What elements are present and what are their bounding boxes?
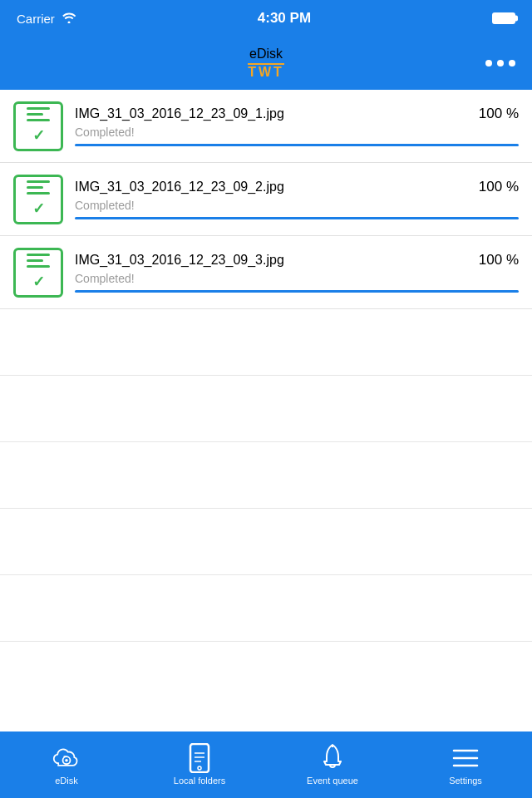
menu-dot-1	[485, 60, 492, 66]
file-percent-1: 100 %	[479, 106, 519, 122]
status-bar: Carrier 4:30 PM	[0, 0, 532, 37]
file-line	[27, 265, 50, 268]
file-percent-2: 100 %	[479, 179, 519, 195]
carrier-label: Carrier	[17, 12, 55, 26]
tab-event-queue[interactable]: Event queue	[266, 732, 399, 798]
menu-dot-2	[497, 60, 504, 66]
app-title: eDisk TWT	[248, 47, 284, 80]
tab-local-folders[interactable]: Local folders	[133, 732, 266, 798]
empty-row-5	[0, 575, 532, 642]
tab-bar: eDisk Local folders	[0, 732, 532, 798]
progress-bar-2	[75, 217, 519, 219]
file-checkmark-3: ✓	[32, 273, 45, 291]
file-icon-2: ✓	[13, 175, 63, 224]
file-name-row-3: IMG_31_03_2016_12_23_09_3.jpg 100 %	[75, 252, 519, 268]
file-item-3[interactable]: ✓ IMG_31_03_2016_12_23_09_3.jpg 100 % Co…	[0, 236, 532, 309]
file-info-1: IMG_31_03_2016_12_23_09_1.jpg 100 % Comp…	[75, 106, 519, 146]
file-icon-1: ✓	[13, 101, 63, 151]
file-status-3: Completed!	[75, 272, 519, 285]
status-bar-left: Carrier	[17, 12, 76, 26]
battery-icon	[492, 12, 515, 24]
file-line	[27, 259, 43, 262]
tab-edisk[interactable]: eDisk	[0, 732, 133, 798]
title-disk: Disk	[257, 47, 283, 61]
file-item-2[interactable]: ✓ IMG_31_03_2016_12_23_09_2.jpg 100 % Co…	[0, 163, 532, 236]
title-e: e	[249, 47, 257, 61]
file-line	[27, 107, 50, 110]
file-name-1: IMG_31_03_2016_12_23_09_1.jpg	[75, 106, 284, 121]
file-list: ✓ IMG_31_03_2016_12_23_09_1.jpg 100 % Co…	[0, 90, 532, 732]
file-lines-2	[27, 180, 50, 195]
progress-bar-1	[75, 144, 519, 146]
settings-icon	[451, 744, 480, 772]
svg-rect-2	[63, 756, 66, 757]
edisk-icon	[52, 744, 81, 772]
header-menu[interactable]	[485, 60, 515, 66]
tab-settings[interactable]: Settings	[399, 732, 532, 798]
file-icon-3: ✓	[13, 248, 63, 298]
event-queue-icon	[318, 744, 347, 772]
file-checkmark-2: ✓	[32, 200, 45, 218]
battery-display	[492, 12, 515, 24]
empty-row-1	[0, 309, 532, 376]
tab-local-folders-label: Local folders	[174, 776, 225, 786]
empty-row-2	[0, 376, 532, 442]
progress-bar-3	[75, 290, 519, 293]
svg-point-4	[198, 766, 201, 770]
menu-dot-3	[509, 60, 515, 66]
file-percent-3: 100 %	[479, 252, 519, 268]
file-name-2: IMG_31_03_2016_12_23_09_2.jpg	[75, 180, 284, 195]
empty-row-4	[0, 509, 532, 575]
file-info-2: IMG_31_03_2016_12_23_09_2.jpg 100 % Comp…	[75, 179, 519, 219]
file-line	[27, 119, 50, 121]
file-line	[27, 186, 43, 189]
title-twt: TWT	[248, 63, 284, 80]
file-line	[27, 180, 50, 183]
file-checkmark-1: ✓	[32, 126, 45, 145]
file-name-row-1: IMG_31_03_2016_12_23_09_1.jpg 100 %	[75, 106, 519, 122]
file-lines-3	[27, 254, 50, 268]
tab-event-queue-label: Event queue	[307, 776, 358, 786]
tab-edisk-label: eDisk	[55, 776, 78, 786]
app-header: eDisk TWT	[0, 37, 532, 90]
file-name-row-2: IMG_31_03_2016_12_23_09_2.jpg 100 %	[75, 179, 519, 195]
wifi-icon	[62, 12, 76, 26]
file-line	[27, 113, 43, 116]
file-name-3: IMG_31_03_2016_12_23_09_3.jpg	[75, 253, 284, 268]
file-item-1[interactable]: ✓ IMG_31_03_2016_12_23_09_1.jpg 100 % Co…	[0, 90, 532, 163]
file-status-1: Completed!	[75, 126, 519, 139]
file-status-2: Completed!	[75, 199, 519, 212]
empty-row-3	[0, 442, 532, 509]
file-lines-1	[27, 107, 50, 121]
file-line	[27, 254, 50, 256]
file-info-3: IMG_31_03_2016_12_23_09_3.jpg 100 % Comp…	[75, 252, 519, 293]
tab-settings-label: Settings	[449, 776, 482, 786]
local-folders-icon	[185, 744, 214, 772]
file-line	[27, 192, 50, 195]
svg-rect-3	[190, 744, 209, 772]
svg-point-1	[65, 759, 68, 762]
time-display: 4:30 PM	[258, 10, 311, 27]
